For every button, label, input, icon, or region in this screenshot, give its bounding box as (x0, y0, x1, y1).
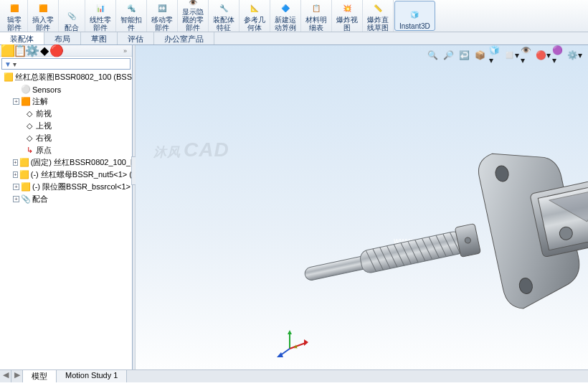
bottom-tab-next[interactable]: ▶ (11, 370, 23, 382)
zoom-area-icon[interactable]: 🔎 (442, 49, 455, 62)
feature-tab-config-icon[interactable]: ⚙️ (27, 46, 37, 56)
ribbon-insert-component[interactable]: 🟧插入零 部件 (28, 0, 59, 32)
origin-icon: ↳ (24, 146, 34, 156)
graphics-viewport[interactable]: 🔍 🔎 ↩️ 📦 🧊▾ ◻️▾ 👁️▾ 🔴▾ 🟣▾ ⚙️▾ 沐风CAD www.… (136, 45, 588, 382)
ribbon-new-motion-study[interactable]: 🔷新建运 动算例 (270, 0, 301, 32)
command-manager-tabs: 装配体 布局 草图 评估 办公室产品 (0, 32, 588, 45)
svg-marker-36 (304, 339, 308, 346)
tree-filter-input[interactable]: ▼ ▾ (1, 58, 131, 70)
tab-layout[interactable]: 布局 (44, 32, 81, 44)
ballscrew-3d-model (300, 138, 588, 325)
ribbon-exploded-line-sketch[interactable]: 📏爆炸直 线草图 (363, 0, 394, 32)
plane-icon: ◇ (24, 121, 34, 131)
tree-root-assembly[interactable]: 🟨丝杠总装图BSSR0802_100 (BSS (0, 71, 132, 83)
feature-tab-display-icon[interactable]: ◆ (39, 46, 49, 56)
view-orientation-icon[interactable]: 🧊▾ (489, 49, 502, 62)
ribbon-toolbar: 🟧辑零 部件 🟧插入零 部件 📎配合 📊线性零 部件 🔩智能扣 件 ↔️移动零 … (0, 0, 588, 32)
previous-view-icon[interactable]: ↩️ (457, 49, 470, 62)
ribbon-mate[interactable]: 📎配合 (59, 0, 85, 32)
bottom-tab-prev[interactable]: ◀ (0, 370, 11, 382)
tree-top-plane[interactable]: ◇上视 (0, 120, 132, 132)
ribbon-edit-component[interactable]: 🟧辑零 部件 (1, 0, 28, 32)
feature-tab-bar: 🟨 📋 ⚙️ ◆ 🔴 » (0, 45, 132, 57)
bottom-tab-bar: ◀ ▶ 模型 Motion Study 1 (0, 369, 588, 382)
zoom-fit-icon[interactable]: 🔍 (426, 49, 439, 62)
plane-icon: ◇ (24, 133, 34, 143)
tree-front-plane[interactable]: ◇前视 (0, 108, 132, 120)
tab-evaluate[interactable]: 评估 (118, 32, 154, 44)
feature-tab-dim-icon[interactable]: 🔴 (52, 46, 62, 56)
tab-assembly[interactable]: 装配体 (0, 32, 44, 44)
bottom-tab-model[interactable]: 模型 (23, 370, 57, 382)
brand-watermark: 沐风CAD (153, 138, 229, 161)
feature-tab-property-icon[interactable]: 📋 (15, 46, 25, 56)
tree-filter-row: ▼ ▾ (1, 58, 131, 70)
svg-rect-0 (304, 255, 370, 281)
heads-up-view-toolbar: 🔍 🔎 ↩️ 📦 🧊▾ ◻️▾ 👁️▾ 🔴▾ 🟣▾ ⚙️▾ (426, 49, 581, 62)
section-view-icon[interactable]: 📦 (473, 49, 486, 62)
ribbon-move-component[interactable]: ↔️移动零 部件 (147, 0, 178, 32)
tab-office-products[interactable]: 办公室产品 (154, 32, 214, 44)
ribbon-smart-fastener[interactable]: 🔩智能扣 件 (116, 0, 147, 32)
tree-annotations[interactable]: +🟧注解 (0, 95, 132, 108)
tab-sketch[interactable]: 草图 (81, 32, 118, 44)
feature-manager-panel: 🟨 📋 ⚙️ ◆ 🔴 » ▼ ▾ 🟨丝杠总装图BSSR0802_100 (BSS… (0, 45, 133, 382)
bottom-tab-motion-study[interactable]: Motion Study 1 (57, 370, 127, 382)
feature-tab-tree-icon[interactable]: 🟨 (3, 46, 13, 56)
hide-show-icon[interactable]: 👁️▾ (521, 49, 534, 62)
tree-origin[interactable]: ↳原点 (0, 144, 132, 156)
svg-text:★: ★ (293, 344, 298, 350)
plane-icon: ◇ (24, 109, 34, 119)
ribbon-exploded-view[interactable]: 💥爆炸视 图 (332, 0, 363, 32)
scene-icon[interactable]: 🟣▾ (552, 49, 565, 62)
appearance-icon[interactable]: 🔴▾ (536, 49, 549, 62)
ribbon-assembly-feature[interactable]: 🔧装配体 特征 (209, 0, 240, 32)
svg-marker-34 (288, 330, 292, 334)
tree-sensors[interactable]: ⚪Sensors (0, 83, 132, 95)
ribbon-reference-geometry[interactable]: 📐参考几 何体 (240, 0, 270, 32)
tree-mates[interactable]: +📎配合 (0, 193, 132, 205)
tree-part-nut[interactable]: +🟨(-) 丝杠螺母BSSR_nut5<1> ( (0, 169, 132, 181)
display-style-icon[interactable]: ◻️▾ (505, 49, 518, 62)
feature-tree: 🟨丝杠总装图BSSR0802_100 (BSS ⚪Sensors +🟧注解 ◇前… (0, 71, 132, 370)
panel-collapse-icon[interactable]: » (123, 47, 129, 55)
ribbon-linear-pattern[interactable]: 📊线性零 部件 (85, 0, 116, 32)
ribbon-show-hidden[interactable]: 👁️显示隐 藏的零 部件 (178, 0, 209, 32)
orientation-triad[interactable]: ★ (275, 329, 311, 357)
tree-part-collar[interactable]: +🟨(-) 限位圈BSSR_bssrcol<1> (0, 181, 132, 193)
ribbon-bom[interactable]: 📋材料明 细表 (301, 0, 332, 32)
view-settings-icon[interactable]: ⚙️▾ (568, 49, 581, 62)
ribbon-instant3d[interactable]: 🧊Instant3D (394, 1, 435, 31)
tree-part-shaft[interactable]: +🟨(固定) 丝杠BSSR0802_100_b· (0, 156, 132, 169)
funnel-icon: ▼ (4, 60, 11, 68)
tree-right-plane[interactable]: ◇右视 (0, 132, 132, 144)
